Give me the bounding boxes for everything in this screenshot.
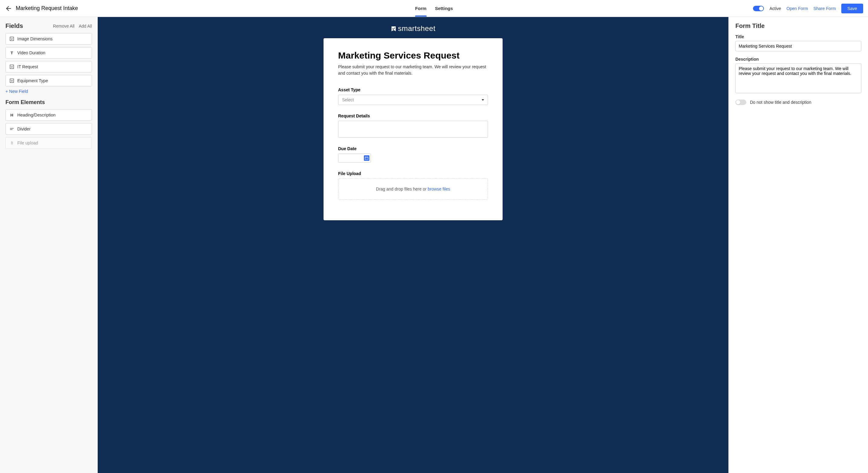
description-input-label: Description [735, 57, 861, 62]
properties-panel: Form Title Title Description Do not show… [728, 17, 868, 473]
svg-rect-2 [10, 79, 14, 83]
element-label: File upload [17, 140, 38, 145]
browse-files-link[interactable]: browse files [428, 187, 450, 191]
left-panel: Fields Remove All Add All Image Dimensio… [0, 17, 98, 473]
share-form-link[interactable]: Share Form [813, 6, 836, 11]
title-input[interactable] [735, 41, 861, 51]
asset-type-select[interactable]: Select [338, 95, 488, 105]
element-label: Heading/Description [17, 113, 56, 118]
open-form-link[interactable]: Open Form [786, 6, 808, 11]
dropdown-icon [9, 78, 14, 83]
attachment-icon [9, 140, 14, 145]
page-title: Marketing Request Intake [16, 5, 78, 11]
title-input-label: Title [735, 34, 861, 39]
request-details-input[interactable] [338, 121, 488, 138]
dropdown-icon [9, 64, 14, 69]
field-label: IT Request [17, 64, 38, 69]
element-divider[interactable]: Divider [5, 123, 92, 135]
file-upload-label: File Upload [338, 171, 488, 176]
form-description: Please submit your request to our market… [338, 64, 488, 76]
description-input[interactable] [735, 63, 861, 93]
field-item-image-dimensions[interactable]: Image Dimensions [5, 33, 92, 44]
asset-type-label: Asset Type [338, 87, 488, 92]
divider-icon [9, 127, 14, 131]
file-upload-dropzone[interactable]: Drag and drop files here or browse files [338, 179, 488, 200]
field-request-details: Request Details [338, 114, 488, 138]
active-toggle[interactable] [753, 6, 764, 11]
form-card[interactable]: Marketing Services Request Please submit… [323, 38, 503, 220]
heading-icon: H [9, 113, 14, 118]
calendar-icon [364, 155, 369, 161]
tab-form[interactable]: Form [415, 0, 427, 17]
request-details-label: Request Details [338, 114, 488, 118]
field-label: Equipment Type [17, 78, 48, 83]
new-field-link[interactable]: + New Field [5, 89, 92, 94]
hide-title-label: Do not show title and description [750, 100, 811, 105]
field-item-equipment-type[interactable]: Equipment Type [5, 75, 92, 87]
element-heading-description[interactable]: H Heading/Description [5, 109, 92, 121]
form-elements-heading: Form Elements [5, 99, 92, 105]
brand-name: smartsheet [398, 24, 436, 33]
field-asset-type: Asset Type Select [338, 87, 488, 105]
svg-rect-1 [10, 65, 14, 69]
upload-text: Drag and drop files here or [376, 187, 428, 191]
fields-heading: Fields [5, 23, 23, 29]
text-icon: T [9, 50, 14, 55]
due-date-input[interactable] [338, 154, 371, 163]
smartsheet-logo-icon [391, 26, 396, 31]
select-placeholder: Select [342, 97, 354, 102]
back-arrow-icon[interactable] [5, 5, 12, 12]
remove-all-link[interactable]: Remove All [53, 24, 75, 29]
svg-rect-5 [365, 157, 368, 160]
brand-header: smartsheet [391, 17, 436, 38]
field-item-it-request[interactable]: IT Request [5, 61, 92, 72]
add-all-link[interactable]: Add All [79, 24, 92, 29]
svg-rect-0 [10, 37, 14, 41]
save-button[interactable]: Save [841, 4, 863, 13]
field-item-video-duration[interactable]: T Video Duration [5, 47, 92, 59]
form-preview-panel: smartsheet Marketing Services Request Pl… [98, 17, 728, 473]
caret-down-icon [482, 99, 484, 101]
active-label: Active [769, 6, 781, 11]
panel-title: Form Title [735, 23, 861, 29]
due-date-label: Due Date [338, 146, 488, 151]
field-due-date: Due Date [338, 146, 488, 163]
element-label: Divider [17, 127, 31, 131]
element-file-upload[interactable]: File upload [5, 137, 92, 149]
field-label: Video Duration [17, 50, 45, 55]
form-title: Marketing Services Request [338, 50, 488, 61]
dropdown-icon [9, 36, 14, 41]
field-label: Image Dimensions [17, 36, 53, 41]
hide-title-toggle[interactable] [735, 99, 746, 105]
field-file-upload: File Upload Drag and drop files here or … [338, 171, 488, 200]
top-bar: Marketing Request Intake Form Settings A… [0, 0, 868, 17]
tab-settings[interactable]: Settings [435, 0, 453, 17]
